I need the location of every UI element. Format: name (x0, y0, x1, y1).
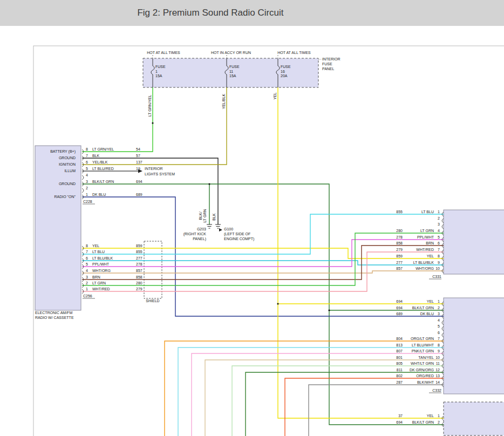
circuit-number: 813 (396, 343, 403, 347)
circuit-number: 279 (136, 287, 142, 291)
wire (82, 184, 444, 425)
wire-color-label: WHT/RED (92, 287, 110, 291)
pin-number: 7 (438, 337, 440, 340)
location-arrow-icon (219, 228, 222, 231)
wire (82, 87, 153, 152)
shield-label: SHIELD (146, 299, 159, 303)
fuse-rating: 15A (155, 74, 162, 78)
wire-color-label: LT GRN (92, 281, 106, 285)
pin-number: 6 (438, 331, 440, 335)
vertical-wire-label: LT GRN/YEL (148, 95, 152, 117)
circuit-number: 54 (136, 147, 140, 151)
wire (246, 372, 444, 436)
circuit-number: 858 (396, 241, 403, 245)
wire-color-label: WHT/LT GRN (411, 362, 434, 365)
pin-number: 3 (438, 222, 440, 226)
interior-lights-note: LIGHTS SYSTEM (145, 172, 175, 176)
vertical-wire-label: BLK/ (199, 212, 202, 220)
pin-number: 9 (438, 349, 440, 353)
wire-color-label: LT GRN (420, 229, 434, 233)
pin-number: 2 (438, 216, 440, 220)
circuit-number: 689 (136, 193, 142, 196)
pin-number: 11 (436, 362, 440, 365)
pin-function-label: ILLUM (64, 169, 76, 173)
hot-label: HOT AT ALL TIMES (277, 51, 311, 54)
wire (82, 87, 227, 165)
circuit-number: 857 (396, 267, 403, 270)
c332-block (444, 298, 504, 394)
pin-number: 7 (86, 154, 88, 158)
circuit-number: 801 (396, 356, 403, 359)
circuit-number: 277 (136, 256, 142, 260)
hot-label: HOT AT ALL TIMES (147, 51, 180, 54)
pin-bracket (82, 188, 84, 193)
figure-title: Fig 2: Premium Sound Radio Circuit (0, 8, 421, 18)
pin-number: 8 (86, 244, 88, 248)
pin-number: 4 (86, 269, 88, 272)
circuit-number: 859 (396, 254, 403, 258)
wire-color-label: LT BLU/BLK (413, 261, 434, 264)
wire-color-label: BRN (92, 275, 100, 279)
junction-dot (328, 309, 330, 311)
pin-number: 5 (86, 262, 88, 266)
circuit-number: 280 (136, 281, 142, 285)
circuit-number: 805 (396, 362, 403, 365)
pin-number: 1 (86, 287, 88, 291)
wire-color-label: PPL/WHT (417, 235, 434, 239)
pin-number: 6 (86, 256, 88, 260)
fuse-name: FUSE (281, 65, 291, 69)
vertical-wire-label: BLK (212, 213, 216, 221)
pin-number: 1 (86, 193, 88, 196)
pin-number: 8 (438, 343, 440, 347)
circuit-number: 278 (136, 262, 142, 266)
page-header: Fig 2: Premium Sound Radio Circuit (0, 0, 504, 26)
fuse-panel-label: FUSE (322, 62, 332, 66)
pin-number: 2 (438, 420, 440, 424)
circuit-number: 287 (396, 380, 403, 384)
wire-color-label: WHT/ORG (416, 267, 434, 270)
wire-color-label: LT BLU (421, 210, 434, 214)
bottom-connector-block (444, 402, 504, 435)
pin-number: 13 (435, 374, 440, 378)
circuit-number: 857 (136, 269, 142, 272)
ground-location: (LEFT SIDE OF (224, 232, 250, 236)
circuit-number: 811 (397, 368, 403, 372)
pin-number: 14 (435, 380, 440, 384)
circuit-number: 804 (396, 337, 403, 340)
ground-location: PANEL) (193, 237, 206, 241)
fuse-rating: 20A (281, 74, 288, 78)
circuit-number: 694 (396, 306, 403, 310)
pin-number: 1 (438, 299, 440, 303)
wire-color-label: ORG/LT GRN (411, 337, 434, 340)
junction-dot (277, 303, 278, 304)
wire-color-label: YEL (427, 254, 434, 258)
pin-number: 4 (438, 229, 440, 233)
wire-color-label: BLK/WHT (417, 380, 434, 384)
shield-box (144, 241, 162, 298)
connector-label: C228 (83, 200, 92, 203)
pin-number: 9 (438, 261, 440, 264)
circuit-number: 859 (136, 244, 142, 248)
ground-location: ENGINE COMPT) (224, 237, 254, 241)
wire-color-label: DK GRN/ORG (410, 368, 434, 372)
pin-number: 7 (86, 250, 88, 254)
wire (232, 366, 444, 436)
pin-number: 6 (438, 241, 440, 245)
wire-color-label: PNK/LT GRN (412, 349, 434, 353)
circuit-number: 689 (396, 312, 403, 316)
vertical-wire-label: YEL/BLK (222, 93, 226, 109)
wire-color-label: LT BLU (92, 250, 105, 254)
fuse-number: 16 (281, 70, 285, 73)
wire-color-label: DK BLU (92, 193, 106, 196)
circuit-number: 277 (396, 261, 403, 264)
pin-number: 4 (438, 318, 440, 322)
circuit-number: 57 (136, 154, 140, 158)
circuit-number: 137 (136, 160, 142, 164)
fuse-name: FUSE (229, 65, 240, 69)
vertical-wire-label: LT GRN (203, 209, 207, 222)
circuit-number: 694 (136, 180, 142, 183)
pin-function-label: IGNITION (59, 162, 76, 166)
wire-color-label: PPL/WHT (92, 262, 110, 266)
circuit-number: 279 (396, 248, 403, 251)
radio-name-label: ELECTRONIC AM/FM (35, 311, 72, 315)
